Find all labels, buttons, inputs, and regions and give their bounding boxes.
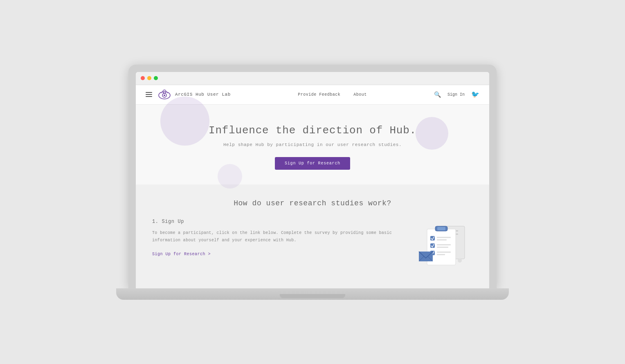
how-content: 1. Sign Up To become a participant, clic…: [152, 219, 473, 272]
close-dot[interactable]: [141, 76, 145, 80]
step-signup-link[interactable]: Sign Up for Research >: [152, 252, 211, 256]
deco-circle-1: [160, 97, 209, 146]
navbar-center: Provide Feedback About: [231, 92, 434, 97]
laptop-screen: ★: [136, 72, 489, 288]
svg-rect-18: [437, 244, 451, 245]
step-description: To become a participant, click on the li…: [152, 229, 406, 244]
nav-provide-feedback[interactable]: Provide Feedback: [298, 92, 340, 97]
svg-rect-15: [437, 237, 451, 238]
svg-rect-22: [437, 254, 445, 255]
svg-point-24: [458, 258, 462, 263]
hamburger-menu[interactable]: [146, 92, 152, 97]
svg-rect-21: [437, 252, 451, 253]
svg-point-4: [161, 92, 162, 93]
svg-rect-13: [437, 227, 445, 230]
signin-button[interactable]: Sign In: [447, 92, 465, 97]
screen-bezel: ★: [128, 65, 497, 288]
how-text: 1. Sign Up To become a participant, clic…: [152, 219, 406, 257]
svg-rect-23: [419, 252, 433, 261]
deco-circle-2: [416, 117, 448, 150]
clipboard-illustration: [416, 219, 473, 272]
step-number: 1. Sign Up: [152, 219, 406, 225]
signup-button[interactable]: Sign Up for Research: [275, 157, 350, 170]
laptop-base: [116, 288, 509, 300]
svg-rect-16: [437, 239, 447, 240]
nav-about[interactable]: About: [353, 92, 367, 97]
maximize-dot[interactable]: [154, 76, 158, 80]
svg-point-2: [164, 94, 165, 96]
laptop-base-notch: [280, 294, 345, 298]
laptop-container: ★: [128, 65, 497, 300]
deco-circle-3: [218, 164, 242, 189]
search-icon[interactable]: 🔍: [434, 91, 441, 98]
hero-section: Influence the direction of Hub. Help sha…: [136, 105, 489, 184]
site-content: ★: [136, 85, 489, 288]
navbar-right: 🔍 Sign In 🐦: [434, 90, 479, 99]
svg-rect-19: [437, 247, 448, 248]
twitter-icon[interactable]: 🐦: [471, 90, 479, 99]
svg-point-5: [167, 92, 168, 93]
minimize-dot[interactable]: [147, 76, 151, 80]
browser-chrome: [136, 72, 489, 85]
arcgis-logo-icon: ✦: [157, 89, 172, 100]
how-section: How do user research studies work? 1. Si…: [136, 184, 489, 288]
how-title: How do user research studies work?: [152, 199, 473, 207]
